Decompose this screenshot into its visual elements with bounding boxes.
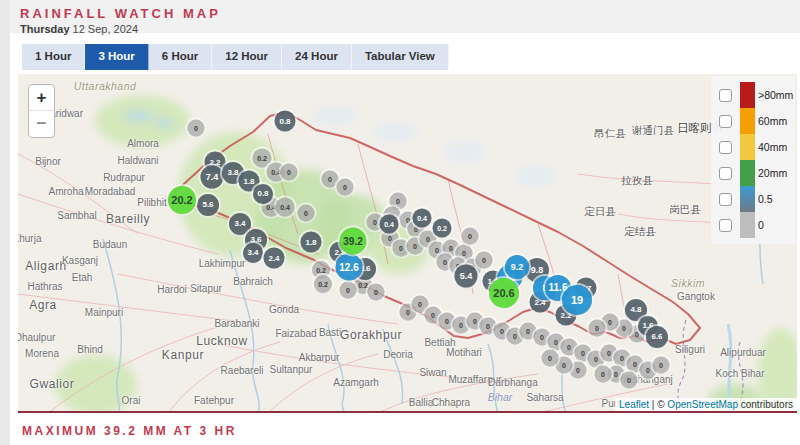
rainfall-marker[interactable]: 0 <box>340 282 357 299</box>
rainfall-marker[interactable]: 0 <box>281 164 298 181</box>
place-label: Amroha <box>48 186 83 197</box>
rainfall-marker[interactable]: 39.2 <box>340 228 367 255</box>
page-title: RAINFALL WATCH MAP <box>20 6 221 21</box>
legend-checkbox[interactable] <box>719 115 732 128</box>
legend-checkbox[interactable] <box>719 167 732 180</box>
rainfall-marker[interactable]: 1.8 <box>301 232 322 253</box>
rainfall-marker[interactable]: 0.4 <box>380 215 399 234</box>
place-label: Orai <box>122 395 141 406</box>
legend-label: 0.5 <box>758 193 773 205</box>
tab-1-hour[interactable]: 1 Hour <box>22 44 85 70</box>
legend-label: >80mm <box>758 89 793 101</box>
tab-tabular-view[interactable]: Tabular View <box>352 44 449 70</box>
rainfall-marker[interactable]: 2.4 <box>264 248 285 269</box>
rainfall-marker[interactable]: 0 <box>653 357 670 374</box>
place-label: 岗巴县 <box>669 203 701 217</box>
place-label: Siliguri <box>675 344 705 355</box>
rainfall-marker[interactable]: 5.6 <box>197 194 219 216</box>
place-label: Morena <box>25 348 59 359</box>
place-label: Darbhanga <box>488 377 537 388</box>
rainfall-marker[interactable]: 0.8 <box>253 184 273 204</box>
openstreetmap-link[interactable]: OpenStreetMap <box>667 399 738 410</box>
zoom-out-button[interactable]: − <box>29 111 54 137</box>
rainfall-marker[interactable]: 9.2 <box>505 255 529 279</box>
legend-label: 20mm <box>758 167 787 179</box>
place-label: Azamgarh <box>333 377 379 388</box>
place-label: 定日县 <box>584 205 616 219</box>
rainfall-marker[interactable]: 19 <box>562 285 592 315</box>
rainfall-marker[interactable]: 0 <box>589 320 606 337</box>
zoom-in-button[interactable]: + <box>29 85 54 111</box>
place-label: Ballia <box>409 397 433 408</box>
legend-checkbox[interactable] <box>719 89 732 102</box>
rainfall-marker[interactable]: 0.8 <box>275 111 296 132</box>
place-label: Faizabad <box>275 328 316 339</box>
legend-checkbox[interactable] <box>719 193 732 206</box>
place-label: Deoria <box>383 349 412 360</box>
tab-12-hour[interactable]: 12 Hour <box>212 44 282 70</box>
rainfall-marker[interactable]: 0 <box>337 179 354 196</box>
rainfall-marker[interactable]: 5.4 <box>455 265 478 288</box>
rainfall-marker[interactable]: 0 <box>188 120 205 137</box>
rainfall-marker[interactable]: 0 <box>298 205 315 222</box>
legend-color-swatch <box>740 134 755 160</box>
legend-color-swatch <box>740 186 755 212</box>
place-label: Alipurduar <box>720 347 766 358</box>
rainfall-marker[interactable]: 0.2 <box>314 275 332 293</box>
place-label: Koch Bihar <box>716 368 765 379</box>
rainfall-marker[interactable]: 0 <box>621 372 638 389</box>
place-label: Moradabad <box>85 186 136 197</box>
place-label: Gangtok <box>677 291 715 302</box>
rainfall-marker[interactable]: 0.4 <box>276 198 295 217</box>
legend-checkbox[interactable] <box>719 219 732 232</box>
legend-row: 20mm <box>719 160 791 186</box>
legend-row: 60mm <box>719 108 791 134</box>
place-label: Akbarpur <box>299 352 340 363</box>
leaflet-link[interactable]: Leaflet <box>619 399 649 410</box>
rainfall-marker[interactable]: 3.4 <box>243 243 263 263</box>
map-zoom-control: + − <box>28 84 55 138</box>
place-label: 昂仁县 <box>594 127 626 141</box>
place-label: Hardoi <box>157 284 186 295</box>
rainfall-marker[interactable]: 0 <box>476 252 493 269</box>
legend-checkbox[interactable] <box>719 141 732 154</box>
rainfall-marker[interactable]: 0 <box>595 366 612 383</box>
rainfall-marker[interactable]: 0 <box>368 284 385 301</box>
place-label: Bahraich <box>233 276 272 287</box>
place-label: Agra <box>29 298 57 312</box>
rainfall-marker[interactable]: 0 <box>462 228 479 245</box>
place-label: Bareilly <box>106 212 150 226</box>
rainfall-map[interactable]: UttarakhandHaridwarAlmoraHaldwaniBijnorR… <box>18 74 797 413</box>
page-date: Thursday 12 Sep, 2024 <box>20 23 138 35</box>
place-label: Bhind <box>77 344 103 355</box>
tab-24-hour[interactable]: 24 Hour <box>282 44 352 70</box>
place-label: Gorakhpur <box>340 328 402 342</box>
place-label: Bihar <box>488 391 513 403</box>
place-label: Khurja <box>18 233 41 244</box>
legend-label: 40mm <box>758 141 787 153</box>
place-label: 谢通门县 <box>632 124 674 138</box>
place-label: Uttarakhand <box>74 80 137 92</box>
place-label: Motihari <box>446 347 482 358</box>
legend-row: 0 <box>719 212 791 238</box>
place-label: Sitapur <box>190 283 222 294</box>
tab-6-hour[interactable]: 6 Hour <box>149 44 212 70</box>
rainfall-marker[interactable]: 0.2 <box>433 219 452 238</box>
time-tabs: 1 Hour3 Hour6 Hour12 Hour24 HourTabular … <box>22 44 449 70</box>
legend-label: 60mm <box>758 115 787 127</box>
rainfall-marker[interactable]: 7.4 <box>201 166 224 189</box>
place-label: Sultanpur <box>270 364 313 375</box>
rainfall-marker[interactable]: 12.6 <box>336 254 363 281</box>
rainfall-marker[interactable]: 6.6 <box>646 326 668 348</box>
rainfall-marker[interactable]: 20.6 <box>489 278 519 308</box>
rainfall-legend: >80mm60mm40mm20mm0.50 <box>711 76 795 244</box>
place-label: Saharsa <box>526 392 563 403</box>
rainfall-marker[interactable]: 0.4 <box>413 209 432 228</box>
tab-3-hour[interactable]: 3 Hour <box>85 44 148 70</box>
place-label: Aligarh <box>25 259 67 273</box>
rainfall-marker[interactable]: 20.2 <box>168 186 196 214</box>
place-label: Hathras <box>27 281 62 292</box>
rainfall-marker[interactable]: 0 <box>542 350 559 367</box>
place-label: Etah <box>72 272 93 283</box>
date-rest: 12 Sep, 2024 <box>70 23 139 35</box>
